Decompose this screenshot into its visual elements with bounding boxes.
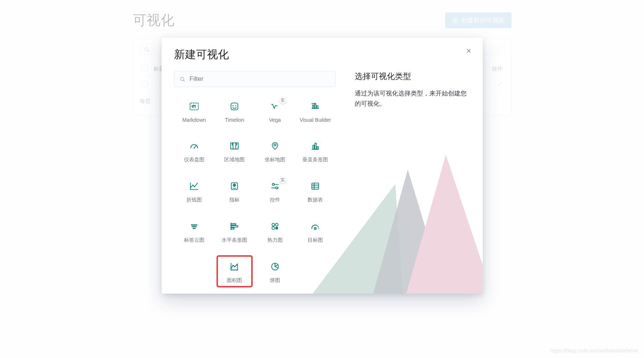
table-icon — [309, 180, 321, 192]
svg-rect-14 — [315, 143, 316, 150]
vis-type-controls[interactable]: 控件实 — [255, 179, 295, 204]
vis-type-vega[interactable]: Vega实 — [255, 99, 295, 124]
svg-rect-23 — [312, 183, 319, 189]
vis-type-label: 水平条形图 — [222, 237, 247, 244]
svg-rect-26 — [231, 228, 234, 229]
svg-point-28 — [275, 223, 278, 226]
new-visualization-modal: 新建可视化 MarkdownTimelionVega实Visual Builde… — [162, 38, 483, 294]
coordmap-icon — [269, 140, 281, 152]
vis-type-pie[interactable]: 饼图 — [255, 260, 295, 284]
filter-input[interactable] — [189, 75, 330, 83]
vis-type-tagcloud[interactable]: 标签云图 — [174, 219, 215, 244]
vis-type-coord-map[interactable]: 坐标地图 — [255, 139, 295, 164]
svg-point-17 — [194, 186, 195, 188]
tsvb-icon — [309, 100, 321, 113]
search-icon — [180, 76, 185, 82]
vis-type-label: 折线图 — [187, 197, 202, 203]
vis-type-markdown[interactable]: Markdown — [174, 99, 215, 124]
svg-rect-24 — [231, 224, 236, 225]
vega-icon — [269, 100, 281, 113]
svg-rect-7 — [313, 105, 314, 108]
experimental-badge: 实 — [279, 97, 286, 104]
svg-rect-8 — [315, 104, 316, 109]
vis-type-label: Markdown — [182, 117, 206, 123]
modal-right-title: 选择可视化类型 — [355, 71, 470, 82]
area-icon — [228, 260, 241, 273]
vis-type-label: 面积图 — [227, 277, 242, 284]
vis-type-region-map[interactable]: 区域地图 — [214, 139, 255, 164]
heatmap-icon — [269, 220, 281, 233]
vis-type-label: 垂直条形图 — [302, 157, 328, 163]
vis-type-visual-builder[interactable]: Visual Builder — [295, 99, 336, 124]
vis-type-label: 指标 — [229, 197, 240, 203]
svg-rect-9 — [317, 106, 318, 109]
svg-rect-13 — [313, 145, 315, 149]
svg-rect-15 — [317, 147, 319, 150]
vis-type-label: 饼图 — [270, 277, 280, 284]
svg-rect-4 — [231, 103, 238, 110]
filter-box[interactable] — [174, 71, 336, 87]
svg-point-12 — [274, 144, 276, 146]
vis-type-label: 标签云图 — [184, 237, 204, 244]
goal-icon: 8 — [309, 220, 321, 233]
vis-type-label: Visual Builder — [300, 117, 331, 123]
vis-type-label: 控件 — [270, 197, 280, 203]
vis-type-label: 热力图 — [267, 237, 283, 244]
svg-point-29 — [272, 227, 275, 230]
vis-type-label: Vega — [269, 117, 281, 123]
svg-rect-11 — [231, 143, 238, 149]
vis-type-area[interactable]: 面积图 — [214, 260, 255, 284]
modal-right-description: 通过为该可视化选择类型，来开始创建您的可视化。 — [355, 88, 470, 109]
controls-icon — [269, 180, 281, 192]
vis-type-line[interactable]: 折线图 — [174, 179, 215, 204]
vis-type-label: 仪表盘图 — [184, 157, 204, 163]
vis-type-horizontal-bar[interactable]: 水平条形图 — [214, 219, 255, 244]
svg-point-27 — [272, 223, 275, 226]
svg-rect-25 — [231, 226, 238, 227]
vis-type-gauge[interactable]: 仪表盘图 — [174, 139, 215, 164]
modal-title: 新建可视化 — [174, 47, 483, 62]
vis-type-label: 坐标地图 — [265, 157, 285, 163]
markdown-icon — [188, 100, 200, 113]
svg-point-16 — [192, 185, 193, 186]
regionmap-icon — [228, 140, 241, 152]
vbar-icon — [309, 140, 321, 152]
vis-type-label: 目标图 — [308, 237, 323, 244]
vis-type-datatable[interactable]: 数据表 — [295, 179, 336, 204]
close-icon — [466, 48, 472, 54]
svg-point-10 — [193, 147, 195, 148]
vis-type-label: Timelion — [225, 117, 244, 123]
gauge-icon — [188, 140, 200, 152]
experimental-badge: 实 — [279, 176, 286, 184]
pie-icon — [269, 260, 281, 273]
vis-type-goal[interactable]: 8目标图 — [295, 219, 336, 244]
svg-point-5 — [233, 105, 234, 106]
tagcloud-icon — [188, 220, 200, 233]
vis-type-metric[interactable]: 指标 — [214, 179, 255, 204]
line-icon — [188, 180, 200, 192]
svg-point-30 — [275, 227, 278, 230]
vis-type-vertical-bar[interactable]: 垂直条形图 — [295, 139, 336, 164]
timelion-icon — [228, 100, 241, 113]
modal-close-button[interactable] — [464, 46, 474, 56]
svg-point-2 — [180, 77, 184, 80]
svg-text:8: 8 — [315, 227, 316, 230]
vis-type-label: 区域地图 — [224, 157, 245, 163]
metric-icon — [228, 180, 241, 192]
vis-type-label: 数据表 — [308, 197, 323, 203]
vis-type-timelion[interactable]: Timelion — [214, 99, 255, 124]
watermark-text: https://blog.csdn.net/xixihahalelehehe — [550, 348, 638, 354]
vis-type-heatmap[interactable]: 热力图 — [255, 219, 295, 244]
svg-point-18 — [197, 183, 198, 184]
hbar-icon — [228, 220, 241, 233]
svg-point-6 — [236, 105, 237, 106]
